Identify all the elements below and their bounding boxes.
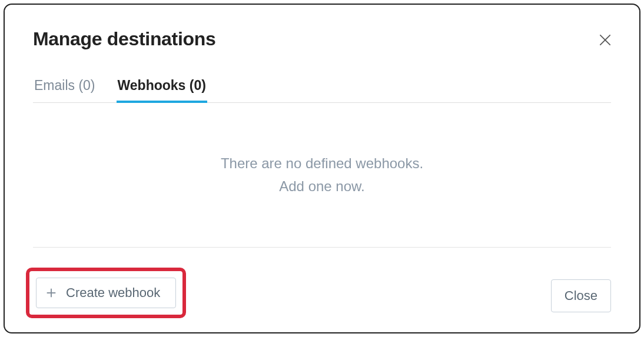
manage-destinations-modal: Manage destinations Emails (0) Webhooks …: [4, 4, 640, 333]
close-icon[interactable]: [597, 32, 613, 48]
modal-footer: Create webhook Close: [33, 248, 611, 312]
tabs: Emails (0) Webhooks (0): [33, 77, 611, 103]
create-webhook-label: Create webhook: [66, 285, 160, 301]
create-webhook-button[interactable]: Create webhook: [36, 278, 176, 308]
close-button-label: Close: [565, 288, 597, 303]
empty-line-1: There are no defined webhooks.: [221, 152, 423, 175]
create-webhook-highlight: Create webhook: [26, 268, 186, 318]
empty-line-2: Add one now.: [279, 175, 364, 198]
close-button[interactable]: Close: [551, 279, 611, 312]
empty-state: There are no defined webhooks. Add one n…: [33, 103, 611, 248]
tab-emails[interactable]: Emails (0): [33, 78, 97, 103]
modal-header: Manage destinations: [33, 28, 611, 50]
modal-title: Manage destinations: [33, 28, 215, 50]
tab-webhooks[interactable]: Webhooks (0): [117, 78, 207, 103]
plus-icon: [45, 286, 58, 299]
